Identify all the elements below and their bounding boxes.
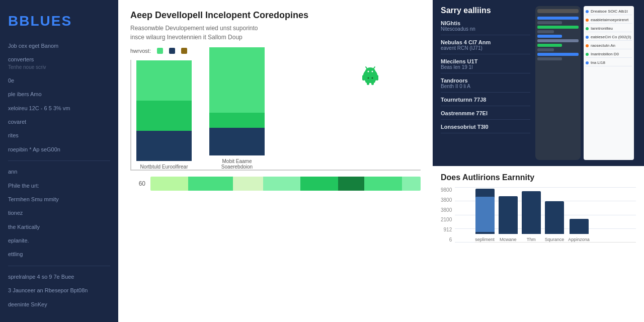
earn-bar-group-3: Thm — [522, 191, 541, 242]
bar-chart-container: Nortbtuld Euroolfirear Mobit Eaame Soaer… — [130, 60, 421, 312]
earn-bar-group-5: Appinzona — [568, 219, 590, 242]
phone-bar-8 — [537, 48, 554, 51]
bar-label-2: Mobit Eaame Soaerebdoion — [207, 158, 267, 170]
sidebar-item-18[interactable]: deeninte SnKey — [0, 298, 118, 311]
sidebar-item-2[interactable]: converters Tenhe noue scriv — [0, 53, 118, 73]
phone-bar-3 — [537, 26, 579, 29]
phone-bar-1 — [537, 17, 579, 20]
top-right-card: Sarry ealliins NIGhtis Nitescoadus nn Ne… — [433, 0, 644, 166]
horiz-seg-8 — [402, 177, 421, 191]
sidebar-item-16[interactable]: sprelralnpe 4 so 9 7e Buee — [0, 270, 118, 284]
bar-group-2: Mobit Eaame Soaerebdoion — [207, 47, 267, 170]
legend-item-2 — [169, 48, 175, 54]
svg-point-4 — [372, 71, 373, 72]
bar-segment-1-mid — [136, 101, 192, 131]
earn-bar-label-2: Mcwane — [500, 237, 517, 242]
sidebar-item-4[interactable]: ple ibers Amo — [0, 88, 118, 101]
sidebar-item-11[interactable]: Termhen Smu mmity — [0, 193, 118, 206]
legend-item-3 — [181, 48, 187, 54]
list-dot-6 — [586, 53, 589, 56]
phone-bar-7 — [537, 44, 562, 47]
legend-label: hwrvost: — [130, 48, 151, 54]
tr-left-content: Sarry ealliins NIGhtis Nitescoadus nn Ne… — [441, 6, 530, 160]
tr-row-2: Nebulas 4 CI7 Anm eavent RCN (IJ71) — [441, 39, 530, 54]
svg-rect-10 — [367, 82, 369, 85]
earn-bar-label-1: sepliment — [475, 237, 495, 242]
app-logo: BBLUES — [8, 13, 110, 29]
sidebar-item-15[interactable]: ettling — [0, 248, 118, 261]
y-label-4: 2100 — [441, 217, 452, 222]
main-content: Aeep Devellopell Incelopent Coredopines … — [118, 0, 433, 322]
list-row-7: tna LI18 — [586, 59, 632, 66]
svg-point-13 — [372, 77, 373, 79]
sidebar-item-10[interactable]: Phile the urt: — [0, 179, 118, 193]
y-label-2: 3800 — [441, 197, 452, 203]
sidebar-item-8[interactable]: roepibin * Ap seG00n — [0, 143, 118, 156]
tr-row-1: NIGhtis Nitescoadus nn — [441, 20, 530, 35]
earn-bar-1-blue — [475, 197, 495, 232]
bars-row: sepliment Mcwane Thm Squrance — [475, 187, 636, 243]
earn-bar-2-navy — [499, 196, 518, 234]
list-row-6: Inantrobillon D0 — [586, 51, 632, 58]
list-row-3: Ianntronilteu — [586, 25, 632, 32]
earn-bar-4-navy — [545, 201, 564, 234]
earnings-chart: 9800 3800 3800 2100 912 6 — [441, 187, 636, 253]
tr-row-4: Tandroors Benth II 0 li A — [441, 77, 530, 93]
horiz-bar-track — [150, 177, 421, 191]
svg-rect-8 — [362, 75, 365, 80]
horiz-bar-row: 60 — [130, 177, 421, 191]
phone-bar-10 — [537, 57, 562, 60]
tr-right-content: Drealsoe SOlC Alb1t eaabletaimoepnirenrt… — [535, 6, 636, 160]
list-panel: Drealsoe SOlC Alb1t eaabletaimoepnirenrt… — [584, 6, 634, 160]
chart-area: Aeep Devellopell Incelopent Coredopines … — [118, 0, 433, 322]
list-dot-5 — [586, 44, 589, 47]
phone-top-bar — [537, 9, 579, 13]
earn-bar-5-navy — [570, 219, 589, 234]
sidebar-item-5[interactable]: xeloireu 12C - 6 5 3% vm — [0, 102, 118, 115]
sidebar-item-17[interactable]: 3 Jaunceer an Rbesepor Bpt08n — [0, 284, 118, 297]
sidebar-item-6[interactable]: covaret — [0, 115, 118, 129]
horiz-bar-label: 60 — [130, 180, 145, 187]
list-dot-2 — [586, 19, 589, 22]
phone-bar-4 — [537, 30, 554, 33]
chart-legend: hwrvost: — [130, 48, 421, 54]
list-dot-7 — [586, 61, 589, 64]
sidebar-item-13[interactable]: the Kartically — [0, 220, 118, 234]
list-row-1: Drealsoe SOlC Alb1t — [586, 8, 632, 15]
stacked-bar-2 — [209, 47, 265, 155]
svg-point-3 — [368, 71, 369, 72]
phone-bar-2 — [537, 21, 562, 24]
y-label-3: 3800 — [441, 207, 452, 213]
legend-dot-3 — [181, 48, 187, 54]
chart-subtitle: Reasonwble Devulopement wied unst supori… — [130, 24, 421, 42]
bars-wrapper: sepliment Mcwane Thm Squrance — [455, 187, 636, 253]
bar-segment-1-bot — [136, 131, 192, 161]
earn-bar-group-2: Mcwane — [499, 196, 518, 242]
bar-segment-2-top — [209, 47, 265, 113]
sidebar-item-12[interactable]: tionez — [0, 206, 118, 220]
horiz-seg-2 — [188, 177, 233, 191]
bar-segment-1-top — [136, 60, 192, 101]
sidebar-item-3[interactable]: 0e — [0, 74, 118, 88]
horiz-seg-3 — [233, 177, 263, 191]
horiz-seg-5 — [300, 177, 338, 191]
tr-row-7: Lonsesobriut T3I0 — [441, 124, 530, 133]
sidebar-divider-1 — [8, 160, 110, 161]
legend-dot-2 — [169, 48, 175, 54]
tr-card-title: Sarry ealliins — [441, 6, 530, 15]
y-axis: 9800 3800 3800 2100 912 6 — [441, 187, 452, 253]
list-row-5: raosectutn An — [586, 42, 632, 49]
phone-bar-6 — [537, 39, 579, 42]
bar-segment-2-mid — [209, 113, 265, 128]
sidebar-item-9[interactable]: ann — [0, 165, 118, 179]
sidebar-item-7[interactable]: rites — [0, 129, 118, 142]
sidebar-item-14[interactable]: eplanite. — [0, 234, 118, 248]
tr-row-6: Oastrenmme 77El — [441, 110, 530, 120]
sidebar-divider-2 — [8, 266, 110, 266]
sidebar-item-1[interactable]: Job cex eget Banom — [0, 39, 118, 53]
earn-bar-label-4: Squrance — [545, 237, 565, 242]
tr-row-3: Mlecilens U1T Beas len 19 1l — [441, 58, 530, 73]
horiz-seg-4 — [263, 177, 301, 191]
svg-line-6 — [373, 67, 375, 69]
earn-bar-group-4: Squrance — [545, 201, 565, 242]
